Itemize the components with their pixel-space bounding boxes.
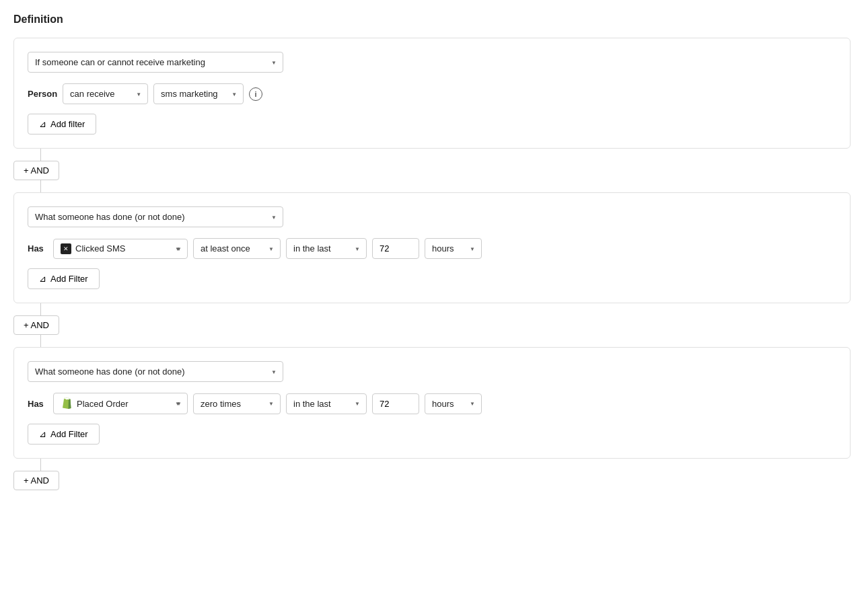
condition3-time-wrapper[interactable]: in the last before after between [286, 393, 367, 414]
condition3-number-input[interactable] [372, 393, 419, 414]
condition1-receive-wrapper[interactable]: can receivecannot receive [63, 83, 148, 104]
condition2-frequency-select[interactable]: at least once zero times exactly at leas… [193, 238, 281, 259]
condition3-main-dropdown-wrapper[interactable]: What someone has done (or not done) [28, 361, 283, 382]
condition2-units-wrapper[interactable]: hours days weeks months [425, 238, 482, 259]
person-label: Person [28, 89, 57, 99]
condition1-receive-select[interactable]: can receivecannot receive [63, 83, 148, 104]
condition2-event-name: Clicked SMS [75, 243, 125, 254]
condition3-event-wrapper[interactable]: Placed Order ▼ [53, 393, 188, 414]
chevron-icon-2: ▼ [176, 245, 182, 252]
filter-icon-2: ⊿ [39, 274, 46, 284]
condition2-has-row: Has Clicked SMS ▼ at least once zero tim… [28, 238, 836, 259]
condition3-frequency-wrapper[interactable]: zero times at least once exactly at leas… [193, 393, 281, 414]
condition3-has-row: Has Placed Order ▼ zero times at least o… [28, 393, 836, 414]
condition3-frequency-select[interactable]: zero times at least once exactly at leas… [193, 393, 281, 414]
and-button-1[interactable]: + AND [13, 161, 59, 180]
v-line-2 [40, 180, 41, 192]
and-button-2[interactable]: + AND [13, 315, 59, 335]
sms-icon [61, 243, 71, 254]
condition3-add-filter-label: Add Filter [50, 429, 88, 439]
has-label-3: Has [28, 399, 48, 409]
v-line-3 [40, 303, 41, 315]
condition2-frequency-wrapper[interactable]: at least once zero times exactly at leas… [193, 238, 281, 259]
condition1-person-row: Person can receivecannot receive sms mar… [28, 83, 836, 104]
chevron-icon-3: ▼ [176, 401, 182, 407]
condition2-time-wrapper[interactable]: in the last before after between [286, 238, 367, 259]
v-line-4 [40, 335, 41, 347]
has-label-2: Has [28, 243, 48, 254]
condition1-main-select[interactable]: If someone can or cannot receive marketi… [28, 52, 283, 73]
info-icon: i [249, 87, 262, 101]
connector-1: + AND [13, 149, 851, 192]
condition2-main-select[interactable]: What someone has done (or not done) [28, 206, 283, 227]
page-title: Definition [13, 13, 851, 26]
condition1-add-filter-button[interactable]: ⊿ Add filter [28, 114, 96, 134]
filter-icon-1: ⊿ [39, 119, 46, 129]
condition-card-1: If someone can or cannot receive marketi… [13, 38, 851, 149]
condition-card-2: What someone has done (or not done) Has … [13, 192, 851, 303]
condition2-units-select[interactable]: hours days weeks months [425, 238, 482, 259]
connector-2: + AND [13, 303, 851, 347]
condition1-add-filter-label: Add filter [50, 119, 85, 129]
condition2-time-select[interactable]: in the last before after between [286, 238, 367, 259]
condition1-main-dropdown-wrapper[interactable]: If someone can or cannot receive marketi… [28, 52, 283, 73]
condition2-event-wrapper[interactable]: Clicked SMS ▼ [53, 239, 188, 259]
condition2-add-filter-label: Add Filter [50, 274, 88, 284]
condition3-event-name: Placed Order [77, 399, 129, 409]
filter-icon-3: ⊿ [39, 429, 46, 439]
condition3-time-select[interactable]: in the last before after between [286, 393, 367, 414]
condition3-units-select[interactable]: hours days weeks months [425, 393, 482, 414]
shopify-icon [61, 397, 73, 410]
condition-card-3: What someone has done (or not done) Has … [13, 347, 851, 459]
condition3-add-filter-button[interactable]: ⊿ Add Filter [28, 424, 100, 445]
condition2-number-input[interactable] [372, 238, 419, 259]
condition3-main-select[interactable]: What someone has done (or not done) [28, 361, 283, 382]
condition1-marketing-select[interactable]: sms marketingemail marketing [153, 83, 244, 104]
condition2-add-filter-button[interactable]: ⊿ Add Filter [28, 268, 100, 289]
v-line-1 [40, 149, 41, 161]
condition2-main-dropdown-wrapper[interactable]: What someone has done (or not done) [28, 206, 283, 227]
and-button-3[interactable]: + AND [13, 471, 59, 490]
v-line-5 [40, 459, 41, 471]
connector-3: + AND [13, 459, 851, 490]
condition1-marketing-wrapper[interactable]: sms marketingemail marketing [153, 83, 244, 104]
condition3-units-wrapper[interactable]: hours days weeks months [425, 393, 482, 414]
